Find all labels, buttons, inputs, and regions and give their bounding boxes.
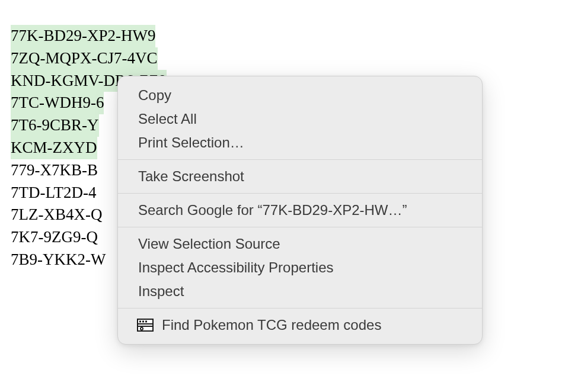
menu-group: Take Screenshot (118, 162, 482, 191)
code-line[interactable]: 7TC-WDH9-6 (11, 92, 104, 114)
menu-separator (118, 193, 482, 194)
menu-item-select-all[interactable]: Select All (118, 107, 482, 131)
menu-item-label: Find Pokemon TCG redeem codes (162, 317, 381, 333)
menu-item-find-codes[interactable]: Find Pokemon TCG redeem codes (118, 313, 482, 337)
code-line[interactable]: 7B9-YKK2-W (11, 249, 106, 271)
menu-group: Find Pokemon TCG redeem codes (118, 311, 482, 339)
code-line[interactable]: 7TD-LT2D-4 (11, 182, 96, 204)
menu-separator (118, 159, 482, 160)
menu-item-label: Search Google for “77K-BD29-XP2-HW…” (138, 202, 407, 219)
menu-separator (118, 308, 482, 309)
svg-rect-3 (142, 321, 144, 323)
svg-rect-6 (138, 324, 152, 326)
menu-item-inspect[interactable]: Inspect (118, 279, 482, 303)
menu-item-label: Take Screenshot (138, 168, 244, 185)
code-line[interactable]: 7LZ-XB4X-Q (11, 204, 102, 226)
code-line[interactable]: 779-X7KB-B (11, 159, 98, 182)
code-line[interactable]: 77K-BD29-XP2-HW9 (11, 25, 155, 47)
menu-item-label: Copy (138, 87, 171, 104)
menu-item-label: Inspect Accessibility Properties (138, 259, 333, 276)
svg-rect-2 (139, 321, 141, 323)
menu-item-copy[interactable]: Copy (118, 83, 482, 107)
menu-item-label: Inspect (138, 283, 184, 300)
menu-separator (118, 227, 482, 227)
menu-group: Copy Select All Print Selection… (118, 81, 482, 157)
menu-group: View Selection Source Inspect Accessibil… (118, 230, 482, 306)
menu-item-search-google[interactable]: Search Google for “77K-BD29-XP2-HW…” (118, 198, 482, 222)
menu-item-label: View Selection Source (138, 236, 280, 252)
menu-item-take-screenshot[interactable]: Take Screenshot (118, 165, 482, 188)
svg-point-8 (141, 328, 142, 329)
code-line[interactable]: 7ZQ-MQPX-CJ7-4VC (11, 47, 158, 70)
menu-item-label: Select All (138, 111, 197, 127)
menu-item-inspect-accessibility[interactable]: Inspect Accessibility Properties (118, 256, 482, 279)
svg-rect-4 (145, 321, 147, 323)
menu-group: Search Google for “77K-BD29-XP2-HW…” (118, 196, 482, 224)
code-line[interactable]: KCM-ZXYD (11, 137, 97, 159)
code-line[interactable]: 7K7-9ZG9-Q (11, 226, 98, 249)
context-menu: Copy Select All Print Selection… Take Sc… (117, 76, 483, 345)
code-line[interactable]: 7T6-9CBR-Y (11, 114, 99, 137)
extension-icon (136, 317, 155, 333)
menu-item-view-selection-source[interactable]: View Selection Source (118, 232, 482, 256)
menu-item-label: Print Selection… (138, 134, 244, 151)
menu-item-print-selection[interactable]: Print Selection… (118, 131, 482, 155)
